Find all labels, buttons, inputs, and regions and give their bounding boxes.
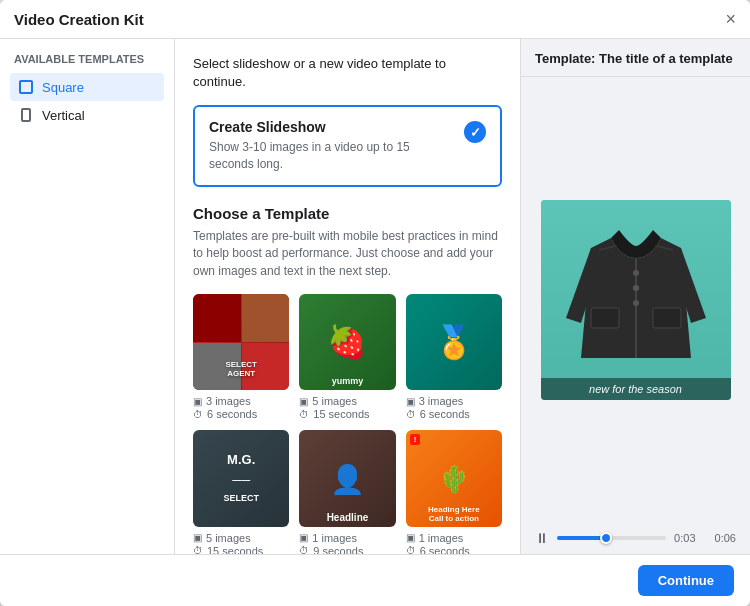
template-thumb-6: 🌵 ! Heading HereCall to action — [406, 430, 502, 526]
clock-icon-2: ⏱ — [299, 409, 309, 420]
template-meta-1: ▣ 3 images ⏱ 6 seconds — [193, 395, 289, 420]
clock-icon-4: ⏱ — [193, 545, 203, 554]
template-thumb-5: 👤 Headline — [299, 430, 395, 526]
template-meta-6: ▣ 1 images ⏱ 6 seconds — [406, 532, 502, 554]
template-images-3: 3 images — [419, 395, 464, 407]
template-meta-row-seconds-3: ⏱ 6 seconds — [406, 408, 502, 420]
vertical-icon — [18, 107, 34, 123]
template-icon-6: 🌵 — [438, 463, 470, 494]
main-content: Select slideshow or a new video template… — [175, 39, 520, 554]
template-meta-row-images-5: ▣ 1 images — [299, 532, 395, 544]
sidebar-item-square[interactable]: Square — [10, 73, 164, 101]
images-icon-4: ▣ — [193, 532, 202, 543]
template-meta-row-seconds-1: ⏱ 6 seconds — [193, 408, 289, 420]
template-images-5: 1 images — [312, 532, 357, 544]
template-item-2[interactable]: 🍓 yummy ▣ 5 images ⏱ 15 seconds — [299, 294, 395, 420]
modal-footer: Continue — [0, 554, 750, 606]
progress-fill — [557, 536, 606, 540]
template-overlay-2: yummy — [332, 376, 364, 386]
sidebar-item-vertical-label: Vertical — [42, 108, 85, 123]
template-item-4[interactable]: M.G.——SELECT ▣ 5 images ⏱ 15 seconds — [193, 430, 289, 554]
sidebar-item-vertical[interactable]: Vertical — [10, 101, 164, 129]
modal-title: Video Creation Kit — [14, 11, 144, 28]
modal-header: Video Creation Kit × — [0, 0, 750, 39]
svg-rect-2 — [653, 308, 681, 328]
slideshow-card-text: Create Slideshow Show 3-10 images in a v… — [209, 119, 454, 173]
thumb-content-6: 🌵 ! Heading HereCall to action — [406, 430, 502, 526]
time-total: 0:06 — [715, 532, 736, 544]
images-icon-5: ▣ — [299, 532, 308, 543]
templates-grid: SELECTAGENT ▣ 3 images ⏱ 6 seconds — [193, 294, 502, 554]
images-icon-3: ▣ — [406, 396, 415, 407]
sidebar-section-title: Available Templates — [10, 53, 164, 65]
templates-section-title: Choose a Template — [193, 205, 502, 222]
template-meta-3: ▣ 3 images ⏱ 6 seconds — [406, 395, 502, 420]
modal-body: Available Templates Square Vertical Sele… — [0, 39, 750, 554]
close-button[interactable]: × — [725, 10, 736, 28]
template-icon-5: 👤 — [330, 462, 365, 495]
main-instruction: Select slideshow or a new video template… — [193, 55, 502, 91]
thumb-content-2: 🍓 yummy — [299, 294, 395, 390]
svg-point-5 — [633, 300, 639, 306]
template-meta-row-seconds-2: ⏱ 15 seconds — [299, 408, 395, 420]
images-icon-1: ▣ — [193, 396, 202, 407]
clock-icon-6: ⏱ — [406, 545, 416, 554]
images-icon-2: ▣ — [299, 396, 308, 407]
svg-point-3 — [633, 270, 639, 276]
thumb-content-3: 🏅 — [406, 294, 502, 390]
progress-bar[interactable] — [557, 536, 666, 540]
template-seconds-4: 15 seconds — [207, 545, 263, 554]
sidebar-item-square-label: Square — [42, 80, 84, 95]
template-images-1: 3 images — [206, 395, 251, 407]
thumb-content-5: 👤 Headline — [299, 430, 395, 526]
template-thumb-4: M.G.——SELECT — [193, 430, 289, 526]
jacket-display: new for the season — [541, 200, 731, 400]
time-current: 0:03 — [674, 532, 695, 544]
slideshow-card-desc: Show 3-10 images in a video up to 15 sec… — [209, 139, 454, 173]
preview-image: new for the season — [541, 200, 731, 400]
clock-icon-1: ⏱ — [193, 409, 203, 420]
template-seconds-1: 6 seconds — [207, 408, 257, 420]
slideshow-card-title: Create Slideshow — [209, 119, 454, 135]
clock-icon-5: ⏱ — [299, 545, 309, 554]
template-meta-row-seconds-6: ⏱ 6 seconds — [406, 545, 502, 554]
template-overlay-6: Heading HereCall to action — [428, 505, 480, 523]
time-separator — [704, 532, 707, 544]
playbar: ⏸ 0:03 0:06 — [521, 522, 750, 554]
template-images-6: 1 images — [419, 532, 464, 544]
template-item-3[interactable]: 🏅 ▣ 3 images ⏱ 6 seconds — [406, 294, 502, 420]
template-meta-4: ▣ 5 images ⏱ 15 seconds — [193, 532, 289, 554]
template-badge-6: ! — [410, 434, 421, 445]
template-overlay-1: SELECTAGENT — [193, 358, 289, 380]
template-meta-row-images-1: ▣ 3 images — [193, 395, 289, 407]
slideshow-card[interactable]: Create Slideshow Show 3-10 images in a v… — [193, 105, 502, 187]
sidebar: Available Templates Square Vertical — [0, 39, 175, 554]
images-icon-6: ▣ — [406, 532, 415, 543]
progress-handle[interactable] — [600, 532, 612, 544]
template-item-1[interactable]: SELECTAGENT ▣ 3 images ⏱ 6 seconds — [193, 294, 289, 420]
modal: Video Creation Kit × Available Templates… — [0, 0, 750, 606]
preview-title: Template: The title of a template — [521, 39, 750, 77]
template-seconds-3: 6 seconds — [420, 408, 470, 420]
square-icon — [18, 79, 34, 95]
template-item-5[interactable]: 👤 Headline ▣ 1 images ⏱ 9 seconds — [299, 430, 395, 554]
template-overlay-5: Headline — [327, 512, 369, 523]
template-item-6[interactable]: 🌵 ! Heading HereCall to action ▣ 1 image… — [406, 430, 502, 554]
svg-rect-1 — [591, 308, 619, 328]
pause-button[interactable]: ⏸ — [535, 530, 549, 546]
template-images-4: 5 images — [206, 532, 251, 544]
thumb-content-4: M.G.——SELECT — [193, 430, 289, 526]
selected-check-icon — [464, 121, 486, 143]
template-meta-row-images-4: ▣ 5 images — [193, 532, 289, 544]
template-meta-row-images-2: ▣ 5 images — [299, 395, 395, 407]
template-seconds-6: 6 seconds — [420, 545, 470, 554]
template-meta-2: ▣ 5 images ⏱ 15 seconds — [299, 395, 395, 420]
preview-caption: new for the season — [541, 378, 731, 400]
template-meta-row-seconds-4: ⏱ 15 seconds — [193, 545, 289, 554]
continue-button[interactable]: Continue — [638, 565, 734, 596]
template-images-2: 5 images — [312, 395, 357, 407]
template-icon-3: 🏅 — [434, 323, 474, 361]
template-thumb-1: SELECTAGENT — [193, 294, 289, 390]
jacket-image — [561, 208, 711, 363]
preview-panel: Template: The title of a template — [520, 39, 750, 554]
